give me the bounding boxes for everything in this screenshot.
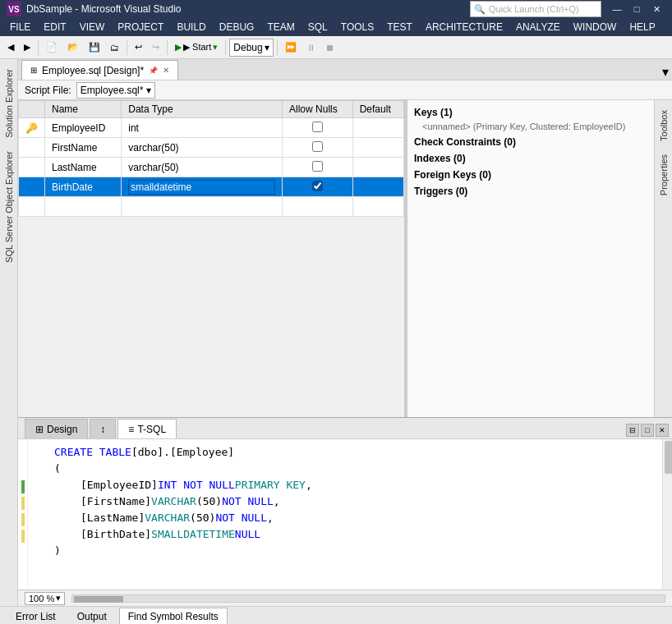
allownulls-checkbox[interactable]	[312, 141, 323, 152]
undo-button[interactable]: ↩	[131, 39, 146, 57]
row-datatype-cell[interactable]: int	[122, 118, 283, 138]
start-button[interactable]: ▶ ▶ Start ▾	[171, 39, 222, 57]
grid-scroll-area[interactable]: Name Data Type Allow Nulls Default 🔑Empl…	[18, 100, 404, 417]
menu-item-file[interactable]: FILE	[3, 18, 37, 36]
tab-close-icon[interactable]: ✕	[163, 66, 169, 75]
close-button[interactable]: ✕	[647, 2, 665, 16]
left-sidebar: Solution Explorer SQL Server Object Expl…	[0, 59, 18, 606]
menu-item-tools[interactable]: TOOLS	[334, 18, 380, 36]
menu-item-debug[interactable]: DEBUG	[213, 18, 261, 36]
menu-item-help[interactable]: HELP	[623, 18, 661, 36]
sidebar-item-toolbox[interactable]: Toolbox	[656, 103, 671, 148]
debug-btn-3[interactable]: ⏹	[321, 39, 338, 57]
row-allownulls-cell[interactable]	[283, 138, 353, 158]
li-yellow-2	[18, 512, 27, 528]
sidebar-item-properties[interactable]: Properties	[656, 148, 671, 202]
panel-btn-3[interactable]: ✕	[656, 424, 669, 437]
minimize-button[interactable]: —	[608, 2, 626, 16]
row-datatype-cell[interactable]	[122, 177, 283, 197]
menu-item-analyze[interactable]: ANALYZE	[509, 18, 567, 36]
h-scrollbar[interactable]	[71, 594, 665, 603]
table-row[interactable]: FirstNamevarchar(50)	[19, 138, 404, 158]
row-datatype-cell[interactable]: varchar(50)	[122, 158, 283, 177]
footer-tab-output[interactable]: Output	[68, 608, 116, 625]
empty-cell	[352, 197, 403, 217]
table-row[interactable]: BirthDate	[19, 177, 404, 197]
row-datatype-cell[interactable]: varchar(50)	[122, 138, 283, 158]
table-row[interactable]: 🔑EmployeeIDint	[19, 118, 404, 138]
row-name-cell[interactable]: LastName	[45, 158, 122, 177]
sql-col-1-comma: ,	[306, 479, 312, 495]
tab-employee-sql[interactable]: ⊞ Employee.sql [Design]* 📌 ✕	[21, 60, 178, 80]
save-all-button[interactable]: 🗂	[106, 39, 123, 57]
menu-item-view[interactable]: VIEW	[73, 18, 112, 36]
row-icon-cell	[19, 138, 45, 158]
tsql-icon: ≡	[128, 424, 134, 435]
indexes-title: Indexes (0)	[414, 153, 647, 164]
row-allownulls-cell[interactable]	[283, 177, 353, 197]
menu-item-test[interactable]: TEST	[380, 18, 419, 36]
row-allownulls-cell[interactable]	[283, 158, 353, 177]
tabs-overflow-arrow[interactable]: ▾	[662, 64, 669, 80]
row-default-cell[interactable]	[352, 118, 403, 138]
row-default-cell[interactable]	[352, 158, 403, 177]
footer-tab-error-list[interactable]: Error List	[7, 608, 65, 625]
save-button[interactable]: 💾	[85, 39, 104, 57]
script-file-bar: Script File: Employee.sql* ▾	[18, 80, 672, 100]
debug-btn-1[interactable]: ⏩	[281, 39, 301, 57]
script-file-dropdown[interactable]: Employee.sql* ▾	[76, 82, 156, 99]
start-label: ▶ Start	[183, 42, 211, 53]
menu-item-architecture[interactable]: ARCHITECTURE	[419, 18, 509, 36]
row-allownulls-cell[interactable]	[283, 118, 353, 138]
sql-col-2-name: [FirstName]	[81, 495, 151, 512]
forward-button[interactable]: ▶	[20, 39, 35, 57]
zoom-dropdown[interactable]: 100 % ▾	[25, 592, 65, 605]
menu-item-window[interactable]: WINDOW	[567, 18, 624, 36]
open-button[interactable]: 📂	[63, 39, 83, 57]
panel-btn-1[interactable]: ⊟	[626, 424, 639, 437]
allownulls-checkbox[interactable]	[312, 161, 323, 172]
sql-scroll-right[interactable]	[662, 439, 672, 590]
sidebar-item-solution-explorer[interactable]: Solution Explorer	[2, 62, 16, 145]
new-button[interactable]: 📄	[42, 39, 62, 57]
li-yellow	[18, 495, 27, 512]
menu-item-sql[interactable]: SQL	[301, 18, 334, 36]
sql-col-1-type: INT NOT NULL	[158, 479, 235, 495]
panel-btn-2[interactable]: □	[641, 424, 654, 437]
allownulls-checkbox[interactable]	[312, 181, 323, 191]
toolbar-separator-3	[167, 40, 168, 55]
row-default-cell[interactable]	[352, 138, 403, 158]
row-name-cell[interactable]: BirthDate	[45, 177, 122, 197]
debug-btn-2[interactable]: ⏸	[302, 39, 320, 57]
menu-item-edit[interactable]: EDIT	[37, 18, 72, 36]
row-name-cell[interactable]: FirstName	[45, 138, 122, 158]
li-empty-2	[18, 462, 27, 479]
empty-cell	[122, 197, 283, 217]
allownulls-checkbox[interactable]	[312, 122, 323, 132]
sql-line-1: CREATE TABLE [dbo].[Employee]	[28, 446, 662, 462]
debug-dropdown[interactable]: Debug ▾	[229, 39, 273, 57]
maximize-button[interactable]: □	[628, 2, 646, 16]
col-icon	[19, 101, 45, 118]
tab-tsql[interactable]: ≡ T-SQL	[117, 419, 177, 438]
sql-editor[interactable]: CREATE TABLE [dbo].[Employee] ( [Employe…	[28, 439, 662, 590]
sql-col-2-comma: ,	[274, 495, 280, 512]
back-button[interactable]: ◀	[3, 39, 18, 57]
row-default-cell[interactable]	[352, 177, 403, 197]
footer-tab-find-symbol[interactable]: Find Symbol Results	[119, 608, 228, 625]
tab-design[interactable]: ⊞ Design	[25, 419, 88, 438]
row-name-cell[interactable]: EmployeeID	[45, 118, 122, 138]
menu-item-project[interactable]: PROJECT	[111, 18, 170, 36]
menu-item-build[interactable]: BUILD	[170, 18, 212, 36]
start-dropdown-arrow[interactable]: ▾	[213, 42, 218, 53]
tab-pin-icon[interactable]: 📌	[149, 67, 158, 75]
quick-launch-box[interactable]: 🔍 Quick Launch (Ctrl+Q)	[470, 1, 601, 17]
menu-item-team[interactable]: TEAM	[260, 18, 301, 36]
redo-button[interactable]: ↪	[148, 39, 163, 57]
h-scroll-thumb	[74, 596, 123, 603]
tab-sort[interactable]: ↕	[90, 419, 116, 438]
tab-design-icon: ⊞	[30, 66, 37, 75]
table-row[interactable]: LastNamevarchar(50)	[19, 158, 404, 177]
datatype-input[interactable]	[128, 180, 275, 195]
sidebar-item-sql-server-explorer[interactable]: SQL Server Object Explorer	[2, 145, 16, 269]
